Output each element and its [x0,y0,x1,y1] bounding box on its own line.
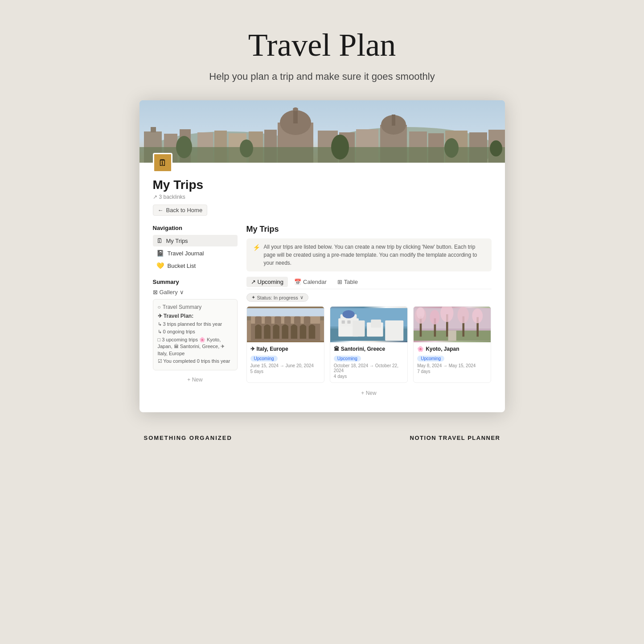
main-page-subtitle: Help you plan a trip and make sure it go… [209,71,435,82]
arrow-left-icon: ← [158,207,164,213]
svg-rect-50 [347,320,350,324]
sidebar-item-label: My Trips [166,238,188,244]
svg-point-32 [490,140,502,156]
svg-point-62 [458,307,469,323]
status-badge-santorini: Upcoming [334,356,361,361]
card-image-santorini [330,307,407,342]
status-filter[interactable]: ✦ Status: In progress ∨ [246,293,308,302]
card-image-italy [247,307,324,342]
gallery-toggle[interactable]: ⊠ Gallery ∨ [153,289,238,295]
card-dates-santorini: October 18, 2024 → October 22, 2024 [334,363,404,373]
card-duration-santorini: 4 days [334,374,404,379]
chevron-down-icon: ∨ [300,295,304,300]
sidebar-new-button[interactable]: + New [153,374,238,386]
info-text: All your trips are listed below. You can… [264,243,485,267]
svg-point-64 [472,308,483,323]
card-dates-italy: June 15, 2024 → June 20, 2024 [250,363,320,368]
trip-card-kyoto[interactable]: 🌸 Kyoto, Japan Upcoming May 8, 2024 → Ma… [413,306,491,383]
sidebar-item-travel-journal[interactable]: 📓 Travel Journal [153,247,238,259]
card-image-kyoto [414,307,491,342]
svg-point-28 [176,136,192,158]
sidebar: Navigation 🗓 My Trips 📓 Travel Journal 💛… [153,225,238,399]
summary-item-1: ↳ 3 trips planned for this year [158,321,233,328]
svg-point-30 [331,135,349,160]
trip-cards-container: ✈ Italy, Europe Upcoming June 15, 2024 →… [246,306,492,383]
card-body-italy: ✈ Italy, Europe Upcoming June 15, 2024 →… [247,342,324,377]
sidebar-item-my-trips[interactable]: 🗓 My Trips [153,235,238,246]
upcoming-icon: ↗ [251,279,256,285]
italy-emoji: ✈ [250,346,255,352]
circle-icon: ○ [158,304,161,310]
tab-calendar[interactable]: 📅 Calendar [290,277,331,287]
main-section-title: My Trips [246,225,492,234]
page-icon: 🗓 [153,153,172,172]
notion-window: 🗓 My Trips ↗ 3 backlinks ← Back to Home … [139,100,505,412]
view-tabs: ↗ Upcoming 📅 Calendar ⊞ Table [246,277,492,289]
santorini-emoji: 🏛 [334,346,339,352]
svg-point-31 [444,138,459,158]
status-badge-kyoto: Upcoming [417,356,444,361]
bucket-list-icon: 💛 [156,262,164,269]
svg-point-44 [342,310,354,318]
journal-icon: 📓 [156,250,164,257]
sidebar-item-bucket-list[interactable]: 💛 Bucket List [153,260,238,271]
chevron-down-icon: ∨ [180,289,184,295]
filter-icon: ✦ [251,295,255,300]
svg-rect-49 [341,320,345,324]
svg-rect-48 [385,320,403,341]
card-duration-italy: 5 days [250,369,320,374]
table-icon: ⊞ [337,279,342,285]
footer: SOMETHING ORGANIZED NOTION TRAVEL PLANNE… [139,435,505,441]
calendar-icon: 📅 [294,279,301,285]
navigation-label: Navigation [153,225,238,231]
summary-section: Summary ⊠ Gallery ∨ ○ Travel Summary ✈ T… [153,279,238,386]
card-location-italy: ✈ Italy, Europe [250,346,320,352]
card-location-kyoto: 🌸 Kyoto, Japan [417,346,487,352]
summary-item-2: ↳ 0 ongoing trips [158,328,233,335]
sidebar-item-label: Bucket List [168,263,196,269]
info-box: ⚡ All your trips are listed below. You c… [246,238,492,271]
main-new-button[interactable]: + New [246,387,492,399]
summary-item-4: ☑ You completed 0 trips this year [158,358,233,365]
gallery-icon: ⊠ [153,289,158,295]
kyoto-emoji: 🌸 [417,346,424,352]
tab-table[interactable]: ⊞ Table [333,277,362,287]
main-content-area: My Trips ⚡ All your trips are listed bel… [246,225,492,399]
two-column-layout: Navigation 🗓 My Trips 📓 Travel Journal 💛… [153,225,492,399]
svg-rect-65 [448,331,456,341]
summary-card-title: ○ Travel Summary [158,304,233,310]
tab-upcoming[interactable]: ↗ Upcoming [246,277,288,287]
filter-row: ✦ Status: In progress ∨ [246,293,492,302]
svg-point-58 [430,310,440,324]
backlinks: ↗ 3 backlinks [153,194,492,200]
summary-card: ○ Travel Summary ✈ Travel Plan: ↳ 3 trip… [153,299,238,370]
card-location-santorini: 🏛 Santorini, Greece [334,346,404,352]
card-duration-kyoto: 7 days [417,369,487,374]
trip-card-italy[interactable]: ✈ Italy, Europe Upcoming June 15, 2024 →… [246,306,324,383]
back-to-home-button[interactable]: ← Back to Home [153,205,208,216]
svg-rect-45 [353,320,365,336]
cover-image [139,100,505,163]
svg-point-29 [240,139,253,157]
svg-rect-38 [247,308,324,316]
card-dates-kyoto: May 8, 2024 → May 15, 2024 [417,363,487,368]
svg-rect-4 [151,127,156,132]
card-body-kyoto: 🌸 Kyoto, Japan Upcoming May 8, 2024 → Ma… [414,342,491,377]
footer-brand-right: NOTION TRAVEL PLANNER [410,435,500,441]
trip-card-santorini[interactable]: 🏛 Santorini, Greece Upcoming October 18,… [330,306,408,383]
main-page-title: Travel Plan [209,27,435,64]
page-content: My Trips ↗ 3 backlinks ← Back to Home Na… [139,172,505,412]
page-heading: My Trips [153,178,492,192]
summary-label: Summary [153,279,238,285]
svg-rect-47 [371,320,381,328]
summary-item-3: □ 3 upcoming trips 🌸 Kyoto, Japan, 🏛 San… [158,336,233,357]
sidebar-item-label: Travel Journal [168,250,204,257]
plan-label: ✈ Travel Plan: [158,313,233,319]
svg-rect-21 [392,115,395,126]
status-badge-italy: Upcoming [250,356,278,361]
lightning-icon: ⚡ [253,243,260,267]
svg-point-56 [417,308,425,319]
card-body-santorini: 🏛 Santorini, Greece Upcoming October 18,… [330,342,407,382]
svg-point-10 [293,107,298,111]
footer-brand-left: SOMETHING ORGANIZED [144,435,232,441]
